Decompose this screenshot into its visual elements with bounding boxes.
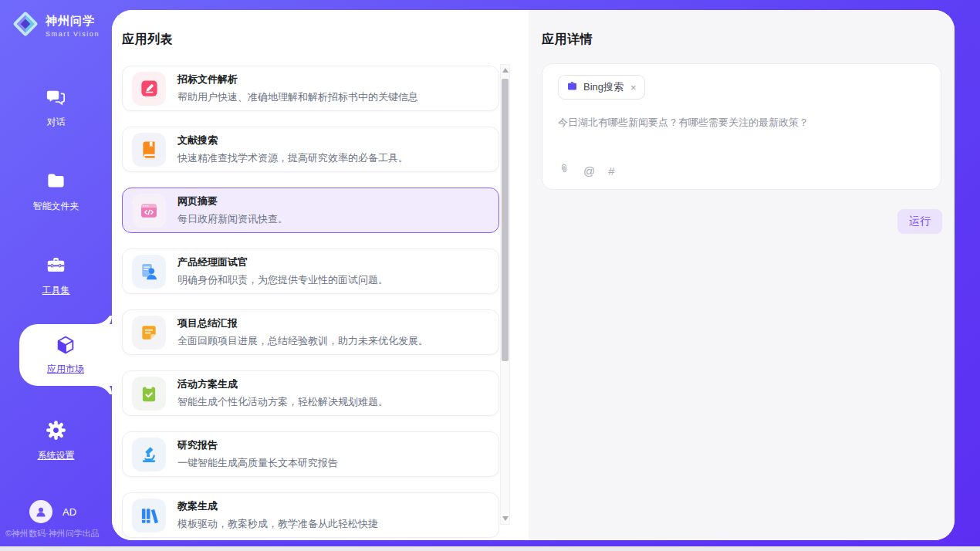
clipboard-check-icon xyxy=(132,377,166,411)
cube-icon xyxy=(55,334,76,359)
hash-icon[interactable]: # xyxy=(608,164,614,177)
brand-logo: 神州问学 Smart Vision xyxy=(12,10,100,41)
app-texts: 研究报告 一键智能生成高质量长文本研究报告 xyxy=(177,438,338,470)
app-texts: 招标文件解析 帮助用户快速、准确地理解和解析招标书中的关键信息 xyxy=(177,73,418,104)
triangle-up-icon xyxy=(502,68,509,73)
browser-code-icon xyxy=(132,194,166,228)
app-description: 模板驱动，教案秒成，教学准备从此轻松快捷 xyxy=(177,517,378,531)
app-description: 帮助用户快速、准确地理解和解析招标书中的关键信息 xyxy=(177,90,418,104)
diamond-icon xyxy=(12,10,39,41)
sidebar-item-gear[interactable]: 系统设置 xyxy=(0,420,112,462)
avatar[interactable] xyxy=(29,500,52,523)
app-texts: 教案生成 模板驱动，教案秒成，教学准备从此轻松快捷 xyxy=(177,499,378,531)
close-icon[interactable]: × xyxy=(630,82,637,93)
triangle-down-icon xyxy=(502,516,509,521)
nav-item-label: 系统设置 xyxy=(38,449,75,462)
app-texts: 产品经理面试官 明确身份和职责，为您提供专业性的面试问题。 xyxy=(177,255,388,287)
sidebar-item-toolbox[interactable]: 工具集 xyxy=(0,255,112,297)
user-initials: AD xyxy=(63,506,76,518)
nav-item-label: 智能文件夹 xyxy=(33,200,79,213)
app-name: 教案生成 xyxy=(177,499,378,513)
app-texts: 文献搜索 快速精准查找学术资源，提高研究效率的必备工具。 xyxy=(177,134,408,165)
scrollbar[interactable] xyxy=(500,64,510,525)
app-description: 一键智能生成高质量长文本研究报告 xyxy=(177,456,338,470)
app-description: 明确身份和职责，为您提供专业性的面试问题。 xyxy=(177,273,388,287)
scroll-up-button[interactable] xyxy=(501,65,509,76)
app-list-item-microscope[interactable]: 研究报告 一键智能生成高质量长文本研究报告 xyxy=(122,431,499,477)
app-window: 神州问学 Smart Vision 对话 智能文件夹 工具集 应用市场 系统设置… xyxy=(0,0,980,551)
sidebar-item-cube[interactable]: 应用市场 xyxy=(19,324,112,386)
mention-icon[interactable]: @ xyxy=(583,164,595,177)
tool-tag-label: Bing搜索 xyxy=(583,80,623,94)
app-list-panel: 应用列表 招标文件解析 帮助用户快速、准确地理解和解析招标书中的关键信息 文献搜… xyxy=(112,10,529,540)
prompt-card: Bing搜索 × 今日湖北有哪些新闻要点？有哪些需要关注的最新政策？ @ # xyxy=(542,63,941,190)
run-button[interactable]: 运行 xyxy=(897,209,942,234)
brand-text: 神州问学 Smart Vision xyxy=(46,14,100,38)
edit-doc-icon xyxy=(132,72,166,106)
microscope-icon xyxy=(132,438,166,472)
app-texts: 项目总结汇报 全面回顾项目进展，总结经验教训，助力未来优化发展。 xyxy=(177,316,428,348)
sidebar-item-chat[interactable]: 对话 xyxy=(0,86,112,129)
toolbox-icon xyxy=(46,255,66,279)
nav-item-label: 工具集 xyxy=(42,284,70,297)
attachment-toolbar: @ # xyxy=(558,162,615,179)
app-list-item-person-doc[interactable]: 产品经理面试官 明确身份和职责，为您提供专业性的面试问题。 xyxy=(122,248,499,294)
app-list-item-books[interactable]: 教案生成 模板驱动，教案秒成，教学准备从此轻松快捷 xyxy=(122,492,499,538)
app-name: 活动方案生成 xyxy=(177,377,388,391)
app-detail-title: 应用详情 xyxy=(542,32,593,48)
brand-name: 神州问学 xyxy=(46,14,100,29)
app-list-title: 应用列表 xyxy=(122,32,173,48)
copyright-text: ©神州数码·神州问学出品 xyxy=(5,528,100,539)
app-list: 招标文件解析 帮助用户快速、准确地理解和解析招标书中的关键信息 文献搜索 快速精… xyxy=(122,66,499,538)
app-detail-panel: 应用详情 Bing搜索 × 今日湖北有哪些新闻要点？有哪些需要关注的最新政策？ … xyxy=(529,10,955,540)
app-description: 智能生成个性化活动方案，轻松解决规划难题。 xyxy=(177,395,388,409)
app-description: 全面回顾项目进展，总结经验教训，助力未来优化发展。 xyxy=(177,334,428,348)
user-account[interactable]: AD xyxy=(29,500,76,523)
app-name: 研究报告 xyxy=(177,438,338,452)
tool-tag-bing-search[interactable]: Bing搜索 × xyxy=(558,75,645,100)
app-list-item-clipboard-check[interactable]: 活动方案生成 智能生成个性化活动方案，轻松解决规划难题。 xyxy=(122,370,499,416)
app-description: 每日政府新闻资讯快查。 xyxy=(177,212,288,226)
bottom-strip xyxy=(0,546,980,551)
app-list-item-edit-doc[interactable]: 招标文件解析 帮助用户快速、准确地理解和解析招标书中的关键信息 xyxy=(122,66,499,111)
gear-icon xyxy=(46,420,66,444)
smart-folder-icon xyxy=(46,171,66,194)
chat-icon xyxy=(46,86,66,110)
paperclip-icon[interactable] xyxy=(558,162,570,179)
app-list-item-note[interactable]: 项目总结汇报 全面回顾项目进展，总结经验教训，助力未来优化发展。 xyxy=(122,309,499,355)
app-description: 快速精准查找学术资源，提高研究效率的必备工具。 xyxy=(177,151,408,165)
app-texts: 活动方案生成 智能生成个性化活动方案，轻松解决规划难题。 xyxy=(177,377,388,409)
brand-subtitle: Smart Vision xyxy=(46,30,100,38)
main-content: 应用列表 招标文件解析 帮助用户快速、准确地理解和解析招标书中的关键信息 文献搜… xyxy=(112,10,955,540)
app-name: 项目总结汇报 xyxy=(177,316,428,330)
app-texts: 网页摘要 每日政府新闻资讯快查。 xyxy=(177,194,288,226)
app-name: 产品经理面试官 xyxy=(177,255,388,269)
books-icon xyxy=(132,499,166,532)
book-icon xyxy=(132,133,166,167)
app-name: 招标文件解析 xyxy=(177,73,418,86)
app-list-item-browser-code[interactable]: 网页摘要 每日政府新闻资讯快查。 xyxy=(122,188,499,233)
app-name: 网页摘要 xyxy=(177,194,288,208)
scroll-down-button[interactable] xyxy=(501,513,509,524)
nav-item-label: 应用市场 xyxy=(47,363,84,376)
prompt-input[interactable]: 今日湖北有哪些新闻要点？有哪些需要关注的最新政策？ xyxy=(558,115,925,130)
note-icon xyxy=(132,316,166,350)
scrollbar-thumb[interactable] xyxy=(502,79,509,361)
briefcase-icon xyxy=(566,80,578,94)
sidebar-item-smart-folder[interactable]: 智能文件夹 xyxy=(0,171,112,213)
person-doc-icon xyxy=(132,255,166,289)
app-name: 文献搜索 xyxy=(177,134,408,147)
nav-item-label: 对话 xyxy=(47,116,66,129)
sidebar: 神州问学 Smart Vision 对话 智能文件夹 工具集 应用市场 系统设置… xyxy=(0,0,112,551)
app-list-item-book[interactable]: 文献搜索 快速精准查找学术资源，提高研究效率的必备工具。 xyxy=(122,127,499,172)
